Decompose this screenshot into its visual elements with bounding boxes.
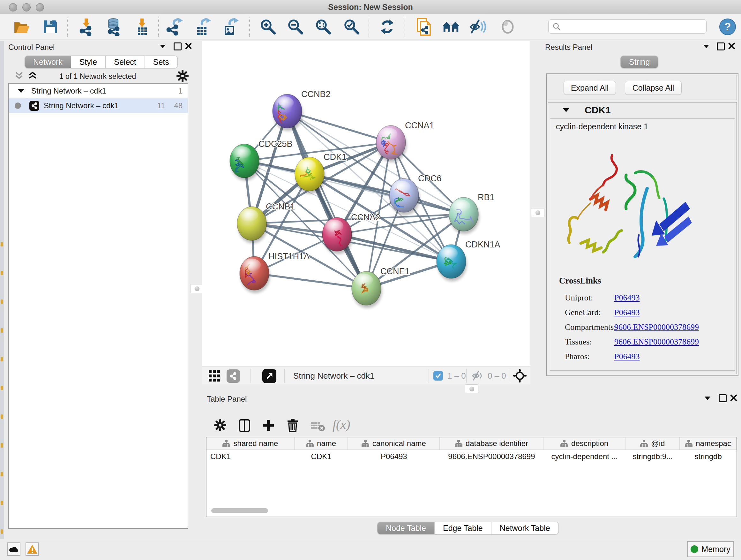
network-node-CDC6[interactable] [389,179,420,215]
refresh-icon[interactable] [378,17,396,36]
network-node-HIST1H1A[interactable] [240,256,270,293]
results-panel: Results Panel String Expand All Collapse… [544,41,741,384]
import-table-icon[interactable] [133,17,151,36]
column-header-shared-name[interactable]: shared name [206,437,294,449]
table-options-gear-icon[interactable] [214,419,226,432]
add-column-icon[interactable] [262,419,275,432]
copy-document-icon[interactable] [414,17,433,36]
save-session-icon[interactable] [41,17,60,36]
table-cell: P06493 [348,450,440,463]
panel-float-icon[interactable] [717,43,725,51]
table-cell: CDK1 [206,450,294,463]
network-edge-HIST1H1A-CCNE1[interactable] [254,273,366,288]
tab-edge-table[interactable]: Edge Table [434,522,491,534]
tab-node-table[interactable]: Node Table [378,522,434,534]
column-header-database-identifier[interactable]: database identifier [440,437,543,449]
panel-menu-icon[interactable] [703,45,709,48]
panel-menu-icon[interactable] [704,396,711,400]
show-columns-icon[interactable] [239,419,251,432]
tab-select[interactable]: Select [106,56,145,68]
delete-column-icon[interactable] [287,419,298,432]
network-node-RB1[interactable] [449,197,479,234]
crosslinks-heading: CrossLinks [559,276,601,286]
main-toolbar: ? [0,14,741,40]
results-entry-header[interactable]: CDK1 [548,103,737,118]
export-table-icon[interactable] [194,17,212,36]
divider [466,369,467,383]
tab-network-table[interactable]: Network Table [491,522,558,534]
fit-content-icon[interactable] [513,369,527,382]
zoom-in-icon[interactable] [259,17,277,36]
hide-graphics-details-icon[interactable] [469,17,487,36]
search-input[interactable] [561,22,706,31]
memory-button[interactable]: Memory [687,541,734,557]
crosslink-label: Uniprot: [565,293,614,303]
zoom-out-icon[interactable] [286,17,305,36]
collapse-entry-icon[interactable] [563,108,569,112]
hidden-counts: 0 – 0 [488,371,506,381]
network-tree-root-row[interactable]: String Network – cdk1 1 [9,84,188,98]
export-network-icon[interactable] [166,17,185,36]
tab-network[interactable]: Network [25,56,71,68]
results-panel-title: Results Panel [545,43,592,52]
string-view-icon[interactable] [226,369,240,383]
network-edge-CCNB2-CCNA1[interactable] [287,111,391,142]
panel-close-icon[interactable] [728,43,735,50]
tab-sets[interactable]: Sets [145,56,178,68]
network-node-CCNA1[interactable] [376,125,407,162]
edge-count: 48 [174,101,183,110]
crosslink-value-link[interactable]: P06493 [614,308,639,317]
network-node-CDC25B[interactable] [230,144,260,181]
table-row[interactable]: CDK1CDK1P064939606.ENSP00000378699cyclin… [206,450,737,463]
expand-all-button[interactable]: Expand All [563,81,616,95]
crosslink-value-link[interactable]: P06493 [614,352,639,361]
right-splitter-handle[interactable] [531,208,544,217]
panel-float-icon[interactable] [719,394,727,402]
results-entry: CDK1 cyclin-dependent kinase 1 [548,102,737,374]
network-canvas[interactable]: CCNB2CCNA1CDC25BCDK1CDC6RB1CCNB1CCNA2CDK… [202,41,530,367]
column-header-name[interactable]: name [294,437,348,449]
collapse-all-button[interactable]: Collapse All [625,81,682,95]
column-header-canonical-name[interactable]: canonical name [348,437,440,449]
tab-style[interactable]: Style [71,56,106,68]
show-graphics-details-icon[interactable] [498,17,517,36]
crosslink-value-link[interactable]: 9606.ENSP00000378699 [614,322,699,332]
crosslink-value-link[interactable]: P06493 [614,293,639,303]
help-icon[interactable]: ? [718,17,737,36]
network-tree-child-row[interactable]: String Network – cdk1 11 48 [9,98,188,113]
memory-label: Memory [701,545,730,554]
column-header-description[interactable]: description [543,437,626,449]
grid-view-icon[interactable] [209,370,220,382]
import-network-database-icon[interactable] [104,17,123,36]
panel-menu-icon[interactable] [160,45,165,48]
open-session-icon[interactable] [12,17,31,36]
home-icon[interactable] [442,17,460,36]
cloud-status-button[interactable] [7,543,20,556]
network-collection-label: String Network – cdk1 [31,86,106,96]
network-node-CCNA2[interactable] [322,217,353,254]
import-network-file-icon[interactable] [77,17,96,36]
horizontal-scrollbar-thumb[interactable] [211,508,268,513]
panel-close-icon[interactable] [185,43,192,50]
panel-close-icon[interactable] [730,394,737,401]
tab-string[interactable]: String [621,56,658,68]
selected-items-checkbox[interactable] [433,371,443,381]
export-image-icon[interactable] [222,17,240,36]
network-node-CDKN1A[interactable] [436,245,467,281]
network-node-CDK1[interactable] [295,157,325,194]
network-options-gear-icon[interactable] [176,70,189,82]
column-header-namespac[interactable]: namespac [680,437,737,449]
network-node-CCNB2[interactable] [273,94,303,131]
zoom-selected-icon[interactable] [342,17,361,36]
panel-float-icon[interactable] [174,43,182,51]
warning-status-button[interactable] [25,543,39,556]
crosslink-value-link[interactable]: 9606.ENSP00000378699 [614,337,699,347]
network-node-CCNE1[interactable] [352,271,382,308]
horizontal-splitter-handle[interactable] [465,384,478,393]
network-node-CCNB1[interactable] [237,206,267,243]
zoom-fit-icon[interactable] [314,17,333,36]
search-icon [552,22,561,30]
column-header--id[interactable]: @id [625,437,680,449]
collapse-tree-icon[interactable] [18,89,24,93]
birdseye-view-icon[interactable] [262,369,276,383]
